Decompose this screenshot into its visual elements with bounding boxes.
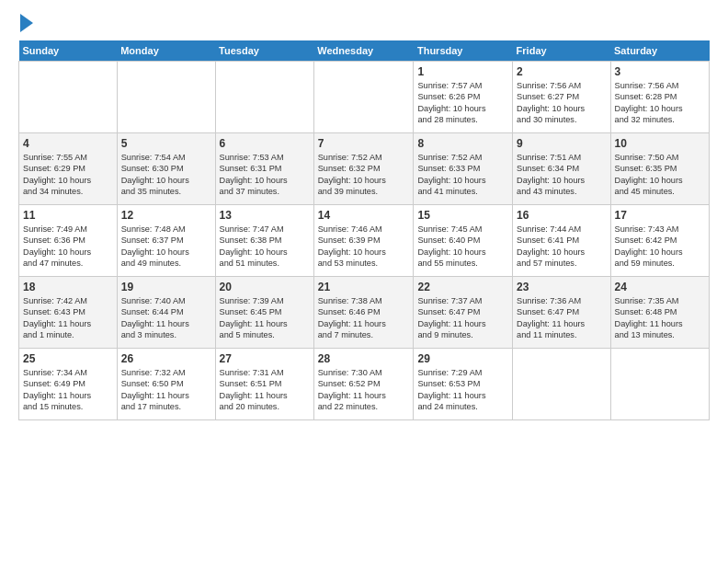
day-number: 7	[318, 137, 410, 150]
day-number: 24	[615, 281, 705, 293]
day-info: Sunrise: 7:35 AM Sunset: 6:48 PM Dayligh…	[615, 295, 705, 341]
day-info: Sunrise: 7:50 AM Sunset: 6:35 PM Dayligh…	[615, 152, 705, 198]
day-info: Sunrise: 7:57 AM Sunset: 6:26 PM Dayligh…	[417, 80, 508, 126]
day-number: 16	[517, 209, 606, 222]
calendar-cell	[513, 348, 610, 419]
day-number: 8	[417, 137, 508, 150]
day-number: 27	[220, 352, 310, 365]
day-number: 20	[220, 281, 310, 293]
day-info: Sunrise: 7:55 AM Sunset: 6:29 PM Dayligh…	[23, 152, 113, 198]
calendar-cell: 10Sunrise: 7:50 AM Sunset: 6:35 PM Dayli…	[610, 132, 709, 204]
day-info: Sunrise: 7:46 AM Sunset: 6:39 PM Dayligh…	[318, 224, 410, 270]
day-info: Sunrise: 7:44 AM Sunset: 6:41 PM Dayligh…	[517, 224, 606, 270]
day-number: 25	[23, 352, 113, 365]
day-info: Sunrise: 7:42 AM Sunset: 6:43 PM Dayligh…	[23, 295, 113, 341]
calendar-cell: 26Sunrise: 7:32 AM Sunset: 6:50 PM Dayli…	[117, 348, 215, 419]
weekday-header: Thursday	[414, 40, 513, 62]
weekday-header: Monday	[117, 40, 215, 62]
weekday-header: Tuesday	[215, 40, 313, 62]
calendar-cell: 12Sunrise: 7:48 AM Sunset: 6:37 PM Dayli…	[117, 204, 215, 276]
calendar-cell: 7Sunrise: 7:52 AM Sunset: 6:32 PM Daylig…	[313, 132, 414, 204]
day-info: Sunrise: 7:29 AM Sunset: 6:53 PM Dayligh…	[417, 367, 508, 413]
day-number: 28	[318, 352, 410, 365]
day-info: Sunrise: 7:37 AM Sunset: 6:47 PM Dayligh…	[417, 295, 508, 341]
calendar-cell	[19, 61, 118, 132]
day-info: Sunrise: 7:34 AM Sunset: 6:49 PM Dayligh…	[23, 367, 113, 413]
calendar-week-row: 25Sunrise: 7:34 AM Sunset: 6:49 PM Dayli…	[19, 348, 710, 419]
day-number: 10	[615, 137, 705, 150]
calendar-cell: 14Sunrise: 7:46 AM Sunset: 6:39 PM Dayli…	[313, 204, 414, 276]
calendar-cell: 20Sunrise: 7:39 AM Sunset: 6:45 PM Dayli…	[215, 276, 313, 348]
day-number: 15	[417, 209, 508, 222]
calendar-week-row: 1Sunrise: 7:57 AM Sunset: 6:26 PM Daylig…	[19, 61, 710, 132]
calendar-cell: 13Sunrise: 7:47 AM Sunset: 6:38 PM Dayli…	[215, 204, 313, 276]
day-number: 19	[121, 281, 211, 293]
calendar-cell: 18Sunrise: 7:42 AM Sunset: 6:43 PM Dayli…	[19, 276, 118, 348]
day-number: 23	[517, 281, 606, 293]
weekday-header-row: SundayMondayTuesdayWednesdayThursdayFrid…	[19, 40, 710, 62]
calendar-cell: 4Sunrise: 7:55 AM Sunset: 6:29 PM Daylig…	[19, 132, 118, 204]
calendar-cell	[610, 348, 709, 419]
day-info: Sunrise: 7:56 AM Sunset: 6:27 PM Dayligh…	[517, 80, 606, 126]
calendar-table: SundayMondayTuesdayWednesdayThursdayFrid…	[18, 40, 710, 420]
day-info: Sunrise: 7:43 AM Sunset: 6:42 PM Dayligh…	[615, 224, 705, 270]
logo-text-block	[18, 15, 33, 33]
day-info: Sunrise: 7:47 AM Sunset: 6:38 PM Dayligh…	[220, 224, 310, 270]
weekday-header: Sunday	[19, 40, 118, 62]
day-info: Sunrise: 7:31 AM Sunset: 6:51 PM Dayligh…	[220, 367, 310, 413]
calendar-cell	[215, 61, 313, 132]
calendar-cell: 27Sunrise: 7:31 AM Sunset: 6:51 PM Dayli…	[215, 348, 313, 419]
calendar-cell: 9Sunrise: 7:51 AM Sunset: 6:34 PM Daylig…	[513, 132, 610, 204]
day-info: Sunrise: 7:30 AM Sunset: 6:52 PM Dayligh…	[318, 367, 410, 413]
weekday-header: Friday	[513, 40, 610, 62]
calendar-cell: 29Sunrise: 7:29 AM Sunset: 6:53 PM Dayli…	[414, 348, 513, 419]
calendar-cell: 21Sunrise: 7:38 AM Sunset: 6:46 PM Dayli…	[313, 276, 414, 348]
day-number: 13	[220, 209, 310, 222]
calendar-cell: 2Sunrise: 7:56 AM Sunset: 6:27 PM Daylig…	[513, 61, 610, 132]
day-number: 4	[23, 137, 113, 150]
day-number: 11	[23, 209, 113, 222]
calendar-cell: 1Sunrise: 7:57 AM Sunset: 6:26 PM Daylig…	[414, 61, 513, 132]
day-info: Sunrise: 7:48 AM Sunset: 6:37 PM Dayligh…	[121, 224, 211, 270]
day-info: Sunrise: 7:40 AM Sunset: 6:44 PM Dayligh…	[121, 295, 211, 341]
day-info: Sunrise: 7:54 AM Sunset: 6:30 PM Dayligh…	[121, 152, 211, 198]
weekday-header: Wednesday	[313, 40, 414, 62]
day-number: 22	[417, 281, 508, 293]
logo-arrow-icon	[20, 14, 33, 32]
calendar-cell: 22Sunrise: 7:37 AM Sunset: 6:47 PM Dayli…	[414, 276, 513, 348]
calendar-cell	[117, 61, 215, 132]
day-number: 3	[615, 65, 705, 78]
calendar-cell: 11Sunrise: 7:49 AM Sunset: 6:36 PM Dayli…	[19, 204, 118, 276]
day-info: Sunrise: 7:49 AM Sunset: 6:36 PM Dayligh…	[23, 224, 113, 270]
page-container: SundayMondayTuesdayWednesdayThursdayFrid…	[0, 0, 728, 430]
day-number: 18	[23, 281, 113, 293]
calendar-cell: 15Sunrise: 7:45 AM Sunset: 6:40 PM Dayli…	[414, 204, 513, 276]
day-number: 29	[417, 352, 508, 365]
calendar-cell: 3Sunrise: 7:56 AM Sunset: 6:28 PM Daylig…	[610, 61, 709, 132]
day-number: 5	[121, 137, 211, 150]
day-number: 6	[220, 137, 310, 150]
day-number: 1	[417, 65, 508, 78]
day-info: Sunrise: 7:52 AM Sunset: 6:32 PM Dayligh…	[318, 152, 410, 198]
day-info: Sunrise: 7:38 AM Sunset: 6:46 PM Dayligh…	[318, 295, 410, 341]
day-info: Sunrise: 7:52 AM Sunset: 6:33 PM Dayligh…	[417, 152, 508, 198]
calendar-cell: 28Sunrise: 7:30 AM Sunset: 6:52 PM Dayli…	[313, 348, 414, 419]
day-number: 12	[121, 209, 211, 222]
day-info: Sunrise: 7:45 AM Sunset: 6:40 PM Dayligh…	[417, 224, 508, 270]
day-number: 21	[318, 281, 410, 293]
calendar-cell: 24Sunrise: 7:35 AM Sunset: 6:48 PM Dayli…	[610, 276, 709, 348]
calendar-cell: 23Sunrise: 7:36 AM Sunset: 6:47 PM Dayli…	[513, 276, 610, 348]
day-number: 2	[517, 65, 606, 78]
day-number: 14	[318, 209, 410, 222]
calendar-week-row: 11Sunrise: 7:49 AM Sunset: 6:36 PM Dayli…	[19, 204, 710, 276]
calendar-cell: 16Sunrise: 7:44 AM Sunset: 6:41 PM Dayli…	[513, 204, 610, 276]
day-number: 9	[517, 137, 606, 150]
calendar-cell: 5Sunrise: 7:54 AM Sunset: 6:30 PM Daylig…	[117, 132, 215, 204]
calendar-cell: 8Sunrise: 7:52 AM Sunset: 6:33 PM Daylig…	[414, 132, 513, 204]
day-info: Sunrise: 7:36 AM Sunset: 6:47 PM Dayligh…	[517, 295, 606, 341]
day-info: Sunrise: 7:51 AM Sunset: 6:34 PM Dayligh…	[517, 152, 606, 198]
calendar-week-row: 4Sunrise: 7:55 AM Sunset: 6:29 PM Daylig…	[19, 132, 710, 204]
calendar-cell: 6Sunrise: 7:53 AM Sunset: 6:31 PM Daylig…	[215, 132, 313, 204]
logo	[18, 15, 33, 33]
calendar-cell: 17Sunrise: 7:43 AM Sunset: 6:42 PM Dayli…	[610, 204, 709, 276]
